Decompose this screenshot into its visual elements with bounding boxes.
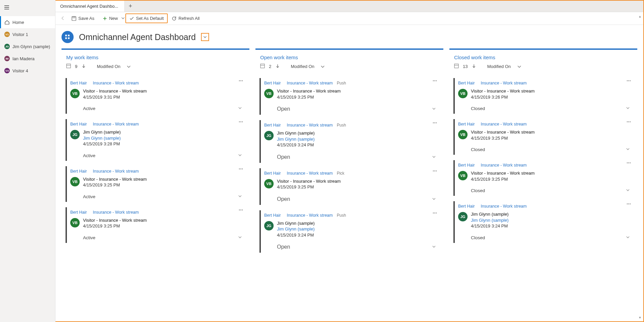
nav-item-label: Jim Glynn (sample) bbox=[12, 44, 50, 49]
card-title: Visitor - Insurance - Work stream bbox=[471, 170, 535, 176]
card-status: Closed bbox=[471, 188, 485, 193]
card-stream[interactable]: Insurance - Work stream bbox=[287, 123, 333, 128]
save-icon bbox=[72, 16, 76, 21]
card-owner[interactable]: Bert Hair bbox=[264, 123, 281, 128]
card-expand[interactable] bbox=[626, 147, 630, 152]
card-owner[interactable]: Bert Hair bbox=[458, 204, 475, 209]
card-status: Open bbox=[277, 244, 290, 250]
card-stream[interactable]: Insurance - Work stream bbox=[481, 122, 527, 127]
sort-field[interactable]: Modified On bbox=[291, 64, 325, 69]
work-item-card[interactable]: Bert Hair Insurance - Work stream ⋯ JG J… bbox=[66, 119, 245, 161]
chevron-down-icon bbox=[626, 235, 630, 239]
sort-direction[interactable] bbox=[472, 64, 476, 69]
card-timestamp: 4/15/2019 3:25 PM bbox=[277, 94, 341, 100]
card-expand[interactable] bbox=[238, 194, 242, 199]
arrow-down-icon bbox=[472, 64, 476, 68]
back-button[interactable] bbox=[58, 13, 68, 24]
card-stream[interactable]: Insurance - Work stream bbox=[287, 213, 333, 218]
card-expand[interactable] bbox=[432, 196, 436, 202]
card-status: Open bbox=[277, 196, 290, 202]
card-stream[interactable]: Insurance - Work stream bbox=[481, 163, 527, 168]
card-stream[interactable]: Insurance - Work stream bbox=[481, 81, 527, 85]
work-item-card[interactable]: Bert Hair Insurance - Work stream ⋯ VB V… bbox=[453, 119, 633, 155]
card-more-button[interactable]: ⋯ bbox=[433, 78, 437, 83]
card-link[interactable]: Jim Glynn (sample) bbox=[83, 135, 121, 141]
card-owner[interactable]: Bert Hair bbox=[458, 81, 475, 85]
new-button[interactable]: New bbox=[98, 13, 122, 23]
nav-session-3[interactable]: V4Visitor 4 bbox=[0, 65, 55, 77]
card-owner[interactable]: Bert Hair bbox=[264, 81, 281, 85]
card-more-button[interactable]: ⋯ bbox=[433, 210, 437, 215]
card-owner[interactable]: Bert Hair bbox=[70, 122, 87, 127]
work-item-card[interactable]: Bert Hair Insurance - Work stream ⋯ VB V… bbox=[66, 207, 245, 243]
work-item-card[interactable]: Bert Hair Insurance - Work stream ⋯ VB V… bbox=[66, 78, 245, 114]
card-expand[interactable] bbox=[626, 188, 630, 193]
sort-direction[interactable] bbox=[275, 64, 280, 69]
card-more-button[interactable]: ⋯ bbox=[239, 119, 243, 124]
card-expand[interactable] bbox=[432, 244, 436, 250]
set-default-button[interactable]: Set As Default bbox=[125, 13, 168, 23]
card-more-button[interactable]: ⋯ bbox=[627, 160, 631, 165]
card-more-button[interactable]: ⋯ bbox=[433, 120, 437, 125]
card-link[interactable]: Jim Glynn (sample) bbox=[277, 226, 315, 232]
tab-add-button[interactable]: + bbox=[125, 3, 136, 10]
nav-session-2[interactable]: IMIan Madera bbox=[0, 52, 55, 65]
card-stream[interactable]: Insurance - Work stream bbox=[287, 171, 333, 176]
refresh-button[interactable]: Refresh All bbox=[168, 13, 204, 23]
card-expand[interactable] bbox=[238, 153, 242, 158]
card-more-button[interactable]: ⋯ bbox=[239, 166, 243, 171]
card-stream[interactable]: Insurance - Work stream bbox=[93, 169, 139, 174]
work-item-card[interactable]: Bert Hair Insurance - Work stream ⋯ VB V… bbox=[66, 166, 245, 202]
card-owner[interactable]: Bert Hair bbox=[458, 163, 475, 168]
card-link[interactable]: Jim Glynn (sample) bbox=[277, 136, 315, 142]
card-link[interactable]: Jim Glynn (sample) bbox=[471, 217, 509, 223]
card-more-button[interactable]: ⋯ bbox=[239, 207, 243, 212]
dashboard-selector[interactable] bbox=[201, 33, 209, 41]
card-expand[interactable] bbox=[432, 106, 436, 112]
work-item-card[interactable]: Bert Hair Insurance - Work stream Push ⋯… bbox=[259, 210, 439, 253]
chevron-down-icon bbox=[432, 155, 436, 159]
card-tag: Pick bbox=[337, 171, 345, 176]
work-item-card[interactable]: Bert Hair Insurance - Work stream Push ⋯… bbox=[259, 120, 439, 163]
nav-session-1[interactable]: JGJim Glynn (sample) bbox=[0, 40, 55, 52]
tab-dashboard[interactable]: Omnichannel Agent Dashbo... bbox=[55, 1, 125, 12]
scroll-down-icon: ▼ bbox=[639, 316, 642, 319]
work-item-card[interactable]: Bert Hair Insurance - Work stream Push ⋯… bbox=[259, 78, 439, 115]
work-item-card[interactable]: Bert Hair Insurance - Work stream ⋯ VB V… bbox=[453, 78, 633, 114]
card-owner[interactable]: Bert Hair bbox=[264, 171, 281, 176]
card-status: Open bbox=[277, 106, 290, 112]
card-more-button[interactable]: ⋯ bbox=[627, 201, 631, 206]
sort-field[interactable]: Modified On bbox=[487, 64, 521, 69]
card-owner[interactable]: Bert Hair bbox=[458, 122, 475, 127]
card-owner[interactable]: Bert Hair bbox=[264, 213, 281, 218]
card-stream[interactable]: Insurance - Work stream bbox=[481, 204, 527, 209]
card-expand[interactable] bbox=[238, 106, 242, 111]
sort-field[interactable]: Modified On bbox=[97, 64, 131, 69]
card-expand[interactable] bbox=[432, 154, 436, 160]
card-more-button[interactable]: ⋯ bbox=[433, 168, 437, 173]
card-owner[interactable]: Bert Hair bbox=[70, 81, 87, 85]
card-expand[interactable] bbox=[626, 106, 630, 111]
work-item-card[interactable]: Bert Hair Insurance - Work stream ⋯ VB V… bbox=[453, 160, 633, 196]
scrollbar[interactable]: ▲ ▼ bbox=[638, 15, 642, 319]
card-expand[interactable] bbox=[626, 235, 630, 240]
new-dropdown[interactable] bbox=[121, 16, 125, 21]
card-owner[interactable]: Bert Hair bbox=[70, 210, 87, 215]
save-as-button[interactable]: Save As bbox=[68, 13, 98, 23]
hamburger-button[interactable] bbox=[0, 0, 55, 16]
work-item-card[interactable]: Bert Hair Insurance - Work stream ⋯ JG J… bbox=[453, 201, 633, 243]
card-more-button[interactable]: ⋯ bbox=[627, 78, 631, 83]
work-item-card[interactable]: Bert Hair Insurance - Work stream Pick ⋯… bbox=[259, 168, 439, 205]
card-expand[interactable] bbox=[238, 235, 242, 240]
card-stream[interactable]: Insurance - Work stream bbox=[287, 81, 333, 85]
card-more-button[interactable]: ⋯ bbox=[627, 119, 631, 124]
nav-session-0[interactable]: V1Visitor 1 bbox=[0, 28, 55, 40]
card-owner[interactable]: Bert Hair bbox=[70, 169, 87, 174]
sort-direction[interactable] bbox=[81, 64, 86, 69]
nav-home[interactable]: Home bbox=[0, 16, 55, 28]
card-stream[interactable]: Insurance - Work stream bbox=[93, 122, 139, 127]
card-more-button[interactable]: ⋯ bbox=[239, 78, 243, 83]
card-stream[interactable]: Insurance - Work stream bbox=[93, 210, 139, 215]
nav-item-label: Visitor 4 bbox=[12, 68, 28, 73]
card-stream[interactable]: Insurance - Work stream bbox=[93, 81, 139, 85]
